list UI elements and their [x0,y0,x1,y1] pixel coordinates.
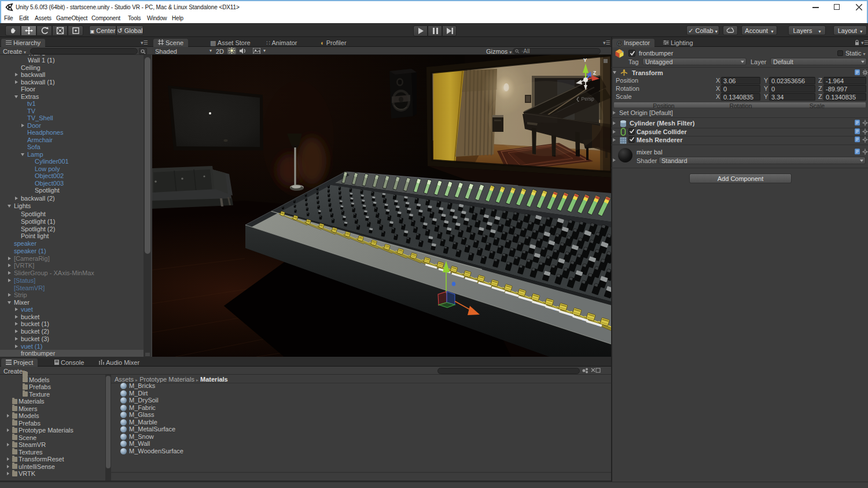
svg-text:❮ Persp: ❮ Persp [576,96,594,102]
svg-text:Z: Z [593,70,596,76]
svg-text:Y: Y [583,57,587,63]
